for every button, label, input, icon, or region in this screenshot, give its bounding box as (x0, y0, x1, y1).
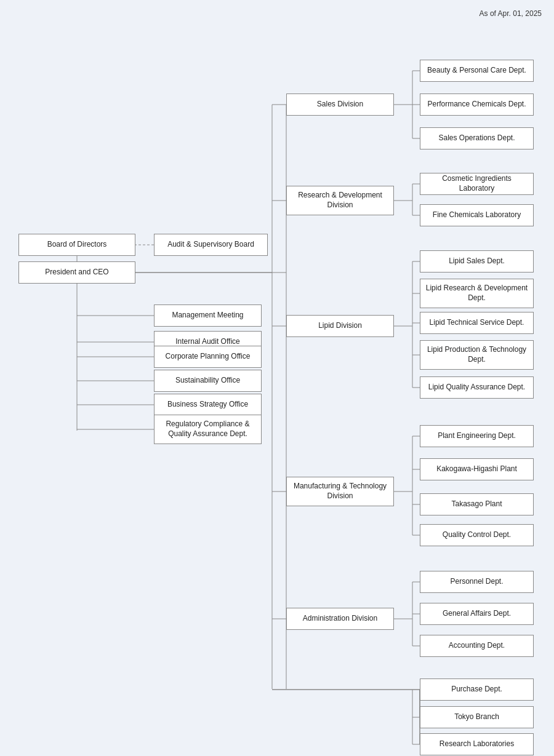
board-of-directors-box: Board of Directors (18, 234, 135, 256)
performance-dept-box: Performance Chemicals Dept. (420, 94, 534, 116)
quality-ctrl-box: Quality Control Dept. (420, 524, 534, 546)
audit-supervisory-box: Audit & Supervisory Board (154, 234, 268, 256)
lipid-tech-box: Lipid Technical Service Dept. (420, 312, 534, 334)
accounting-dept-box: Accounting Dept. (420, 635, 534, 657)
kakogawa-plant-box: Kakogawa-Higashi Plant (420, 458, 534, 480)
research-labs-box: Research Laboratories (420, 733, 534, 755)
lipid-rd-box: Lipid Research & Development Dept. (420, 279, 534, 308)
sustainability-box: Sustainability Office (154, 370, 262, 392)
lipid-qa-box: Lipid Quality Assurance Dept. (420, 376, 534, 399)
rd-division-box: Research & Development Division (286, 186, 394, 215)
sales-ops-dept-box: Sales Operations Dept. (420, 127, 534, 149)
purchase-dept-box: Purchase Dept. (420, 678, 534, 701)
management-meeting-box: Management Meeting (154, 304, 262, 327)
corporate-planning-box: Corporate Planning Office (154, 346, 262, 368)
plant-eng-box: Plant Engineering Dept. (420, 425, 534, 447)
lipid-prod-box: Lipid Production & Technology Dept. (420, 340, 534, 370)
admin-division-box: Administration Division (286, 608, 394, 630)
tokyo-branch-box: Tokyo Branch (420, 706, 534, 728)
page: As of Apr. 01, 2025 (0, 0, 554, 756)
org-chart: Board of Directors Audit & Supervisory B… (6, 25, 548, 750)
lipid-division-box: Lipid Division (286, 315, 394, 337)
takasago-plant-box: Takasago Plant (420, 493, 534, 515)
cosmetic-lab-box: Cosmetic Ingredients Laboratory (420, 173, 534, 195)
mfg-division-box: Manufacturing & Technology Division (286, 477, 394, 506)
regulatory-box: Regulatory Compliance & Quality Assuranc… (154, 415, 262, 444)
date-label: As of Apr. 01, 2025 (480, 9, 542, 18)
beauty-dept-box: Beauty & Personal Care Dept. (420, 60, 534, 82)
personnel-dept-box: Personnel Dept. (420, 571, 534, 593)
business-strategy-box: Business Strategy Office (154, 394, 262, 416)
fine-chem-lab-box: Fine Chemicals Laboratory (420, 204, 534, 226)
president-ceo-box: President and CEO (18, 261, 135, 284)
lipid-sales-box: Lipid Sales Dept. (420, 250, 534, 273)
general-affairs-box: General Affairs Dept. (420, 603, 534, 625)
sales-division-box: Sales Division (286, 94, 394, 116)
